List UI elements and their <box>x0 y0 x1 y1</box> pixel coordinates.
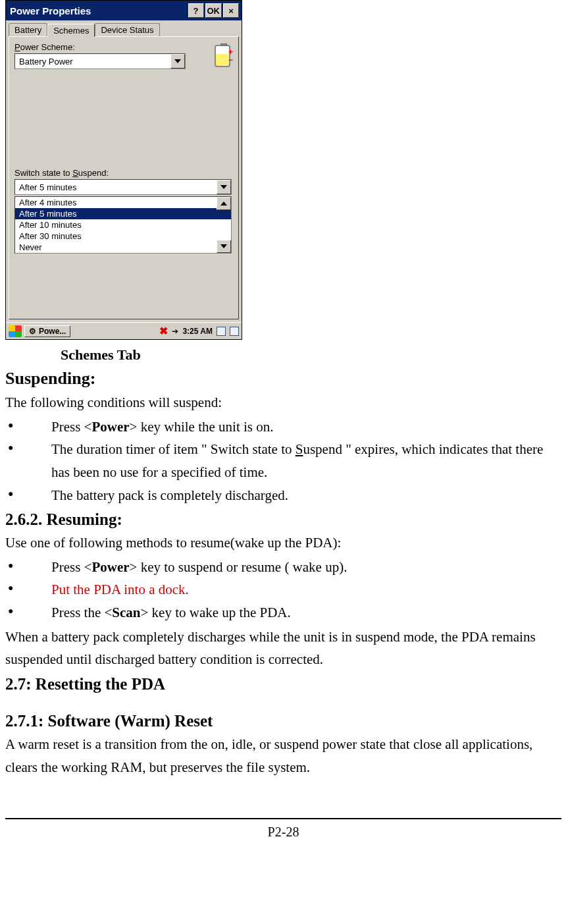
text: > key to suspend or resume ( wake up). <box>130 559 348 575</box>
suspend-value: After 5 minutes <box>15 182 217 192</box>
warm-reset-heading: 2.7.1: Software (Warm) Reset <box>5 712 561 730</box>
close-button[interactable]: × <box>223 3 239 18</box>
reset-heading: 2.7: Resetting the PDA <box>5 675 561 693</box>
clock[interactable]: 3:25 AM <box>182 327 213 336</box>
tray-error-icon[interactable]: ✖ <box>159 325 168 337</box>
tray-desktop-icon[interactable] <box>230 327 239 336</box>
tray-arrow-icon[interactable]: ➔ <box>172 327 178 336</box>
power-scheme-combo[interactable]: Battery Power <box>14 53 186 69</box>
power-properties-window: Power Properties ? OK × Battery Schemes … <box>5 0 242 340</box>
list-item: The duration timer of item " Switch stat… <box>5 438 561 483</box>
key-name-power: Power <box>91 559 129 575</box>
resume-bullet-list: Press <Power> key to suspend or resume (… <box>5 556 561 624</box>
window-title: Power Properties <box>10 5 187 16</box>
page-number: P2-28 <box>5 825 561 840</box>
list-item: Put the PDA into a dock. <box>5 578 561 601</box>
list-item: Press <Power> key while the unit is on. <box>5 416 561 439</box>
resuming-intro: Use one of following methods to resume(w… <box>5 531 561 555</box>
text: Press < <box>51 559 91 575</box>
text: > key while the unit is on. <box>130 419 274 435</box>
taskbar-app-button[interactable]: ⚙ Powe... <box>24 325 70 337</box>
red-text: Put the PDA into a dock. <box>51 582 189 597</box>
help-button[interactable]: ? <box>188 3 204 18</box>
list-item[interactable]: After 10 minutes <box>15 219 231 231</box>
battery-icon: + − <box>215 42 233 68</box>
scroll-down-button[interactable] <box>217 240 231 253</box>
list-item: Press the <Scan> key to wake up the PDA. <box>5 601 561 624</box>
suspend-label-accel: S <box>72 168 78 178</box>
power-scheme-value: Battery Power <box>15 57 170 67</box>
suspend-bullet-list: Press <Power> key while the unit is on. … <box>5 416 561 507</box>
tray-keyboard-icon[interactable] <box>217 327 226 336</box>
power-scheme-label-rest: ower Scheme: <box>20 42 75 52</box>
window-titlebar: Power Properties ? OK × <box>6 1 242 20</box>
chevron-down-icon <box>220 185 227 189</box>
list-item[interactable]: Never <box>15 242 231 253</box>
warm-reset-paragraph: A warm reset is a transition from the on… <box>5 733 561 778</box>
schemes-panel: Power Scheme: Battery Power + − Switch s… <box>9 36 239 319</box>
list-item[interactable]: After 4 minutes <box>15 197 231 208</box>
suspend-combo[interactable]: After 5 minutes <box>14 179 232 195</box>
list-item: The battery pack is completely discharge… <box>5 484 561 507</box>
figure-caption: Schemes Tab <box>61 346 561 364</box>
list-item[interactable]: After 5 minutes <box>15 208 231 219</box>
taskbar-app-label: Powe... <box>39 327 66 336</box>
chevron-up-icon <box>220 202 227 205</box>
suspending-intro: The following conditions will suspend: <box>5 391 561 414</box>
taskbar-app-icon: ⚙ <box>29 327 36 336</box>
text: Press < <box>51 419 91 435</box>
resuming-heading: 2.6.2. Resuming: <box>5 510 561 529</box>
start-button-icon[interactable] <box>9 325 22 337</box>
power-scheme-label: Power Scheme: <box>14 42 233 52</box>
power-scheme-accel: P <box>14 42 20 52</box>
underlined-s: S <box>296 441 303 457</box>
suspending-heading: Suspending: <box>5 369 561 389</box>
taskbar: ⚙ Powe... ✖ ➔ 3:25 AM <box>6 322 242 339</box>
resume-paragraph: When a battery pack completely discharge… <box>5 626 561 671</box>
tab-battery[interactable]: Battery <box>9 23 47 36</box>
suspend-label-pre: Switch state to <box>14 168 72 178</box>
tab-schemes[interactable]: Schemes <box>47 24 95 37</box>
chevron-down-icon <box>220 244 227 248</box>
suspend-label: Switch state to Suspend: <box>14 168 233 178</box>
power-scheme-dropdown-button[interactable] <box>170 54 185 68</box>
chevron-down-icon <box>174 59 181 63</box>
text: Press the < <box>51 605 112 620</box>
text: > key to wake up the PDA. <box>141 605 291 620</box>
text: The duration timer of item " Switch stat… <box>51 441 296 457</box>
list-item: Press <Power> key to suspend or resume (… <box>5 556 561 579</box>
suspend-options-listbox[interactable]: After 4 minutes After 5 minutes After 10… <box>14 196 232 254</box>
system-tray: ✖ ➔ 3:25 AM <box>159 325 239 337</box>
key-name-scan: Scan <box>112 605 140 620</box>
footer-rule <box>5 818 561 819</box>
list-item[interactable]: After 30 minutes <box>15 231 231 242</box>
scroll-up-button[interactable] <box>217 197 231 210</box>
suspend-label-post: uspend: <box>78 168 109 178</box>
key-name-power: Power <box>91 419 129 435</box>
tab-strip: Battery Schemes Device Status <box>6 20 242 36</box>
suspend-dropdown-button[interactable] <box>217 180 231 194</box>
ok-button[interactable]: OK <box>205 3 222 18</box>
tab-device-status[interactable]: Device Status <box>95 23 159 36</box>
